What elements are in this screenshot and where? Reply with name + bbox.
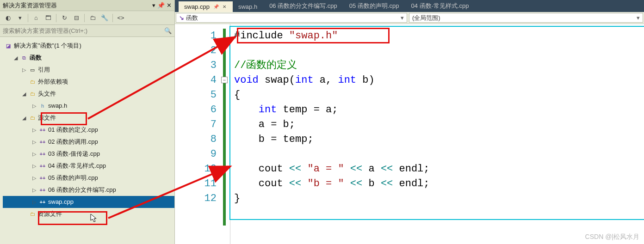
references-label: 引用: [38, 64, 50, 76]
tab-label: swap.cpp: [184, 3, 210, 10]
lineno: 9: [175, 147, 219, 162]
external-label: 外部依赖项: [38, 76, 68, 88]
file-label: 05 函数的声明.cpp: [48, 172, 98, 184]
text: [234, 104, 259, 116]
source-file-swap-cpp[interactable]: ▷ ++ swap.cpp: [3, 196, 174, 208]
scope-label: 函数: [186, 14, 198, 22]
code-line: int temp = a;: [234, 103, 641, 117]
expand-icon[interactable]: ▷: [31, 100, 37, 112]
text: temp = a;: [277, 104, 338, 116]
references-node[interactable]: ▷ ▭ 引用: [3, 64, 174, 76]
resources-folder[interactable]: 🗀 资源文件: [3, 208, 174, 220]
collapse-icon[interactable]: ⊟: [71, 13, 81, 23]
comment: //函数的定义: [234, 60, 297, 71]
expand-icon[interactable]: ▷: [31, 160, 37, 172]
op: <<: [289, 163, 301, 175]
expand-icon[interactable]: ▷: [31, 196, 37, 208]
text: #include: [234, 30, 289, 42]
solution-node[interactable]: ◪ 解决方案"函数"(1 个项目): [3, 40, 174, 52]
folder-icon: 🗀: [29, 90, 36, 98]
expand-icon[interactable]: ▷: [31, 136, 37, 148]
cpp-icon: ++: [39, 126, 46, 134]
headers-label: 头文件: [38, 88, 56, 100]
search-input[interactable]: [3, 27, 164, 34]
lineno: 8: [175, 132, 219, 147]
lineno: 1: [175, 29, 219, 43]
op: <<: [350, 163, 362, 175]
source-file[interactable]: ▷ ++ 02 函数的调用.cpp: [3, 136, 174, 148]
external-deps-node[interactable]: 🗀 外部依赖项: [3, 76, 174, 88]
code-content[interactable]: #include "swap.h" //函数的定义 void swap(int …: [234, 29, 641, 244]
source-file[interactable]: ▷ ++ 05 函数的声明.cpp: [3, 172, 174, 184]
tab-06[interactable]: 06 函数的分文件编写.cpp: [264, 0, 344, 12]
text: cout: [234, 163, 289, 175]
text: b): [356, 74, 375, 86]
lineno: 12: [175, 191, 219, 206]
code-icon[interactable]: <>: [116, 13, 126, 23]
cpp-icon: ++: [39, 162, 46, 170]
close-icon[interactable]: ✕: [167, 2, 172, 9]
source-file[interactable]: ▷ ++ 03 函数-值传递.cpp: [3, 148, 174, 160]
fold-icon[interactable]: −: [221, 77, 228, 83]
expand-icon[interactable]: ▷: [31, 172, 37, 184]
op: <<: [289, 178, 301, 189]
tab-swap-cpp[interactable]: swap.cpp 📌 ✕: [179, 1, 233, 12]
cpp-icon: ++: [39, 150, 46, 158]
expand-icon[interactable]: ▷: [31, 184, 37, 196]
tab-04[interactable]: 04 函数-常见样式.cpp: [405, 0, 475, 12]
properties-icon[interactable]: 🔧: [99, 13, 110, 23]
tab-swap-h[interactable]: swap.h: [233, 1, 264, 12]
solution-explorer-panel: 解决方案资源管理器 ▾ 📌 ✕ ◐ ▾ ⌂ 🗔 ↻ ⊟ 🗀 🔧 <> 🔍 ◪ 解…: [0, 0, 175, 244]
text: }: [234, 193, 240, 204]
scope-combo[interactable]: ↘ 函数 ▾: [176, 13, 407, 23]
collapse-icon[interactable]: ◢: [21, 112, 27, 124]
project-icon: ⧉: [20, 54, 28, 61]
gutter: 1 2 3 4 5 6 7 8 9 10 11 12 −: [175, 24, 230, 244]
code-line: }: [234, 191, 641, 206]
search-box[interactable]: 🔍: [0, 25, 174, 37]
source-file[interactable]: ▷ ++ 04 函数-常见样式.cpp: [3, 160, 174, 172]
panel-toolbar: ◐ ▾ ⌂ 🗔 ↻ ⊟ 🗀 🔧 <>: [0, 11, 174, 25]
source-file[interactable]: ▷ ++ 01 函数的定义.cpp: [3, 124, 174, 136]
pin-icon[interactable]: 📌: [213, 4, 219, 9]
sync-icon[interactable]: 🗔: [43, 13, 53, 23]
close-icon[interactable]: ✕: [223, 4, 226, 9]
keyword: void: [234, 74, 259, 86]
collapse-icon[interactable]: ◢: [13, 52, 19, 64]
project-label: 函数: [30, 54, 42, 61]
cpp-icon: ++: [39, 186, 46, 194]
member-combo[interactable]: (全局范围) ▾: [409, 13, 643, 23]
tab-label: 04 函数-常见样式.cpp: [411, 2, 469, 10]
home-icon[interactable]: ⌂: [31, 13, 41, 23]
text: b: [362, 178, 381, 189]
editor-tabs: swap.cpp 📌 ✕ swap.h 06 函数的分文件编写.cpp 05 函…: [175, 0, 644, 12]
headers-folder[interactable]: ◢ 🗀 头文件: [3, 88, 174, 100]
solution-label: 解决方案"函数"(1 个项目): [14, 40, 81, 52]
back-icon[interactable]: ◐: [3, 13, 13, 23]
expand-icon[interactable]: ▷: [31, 148, 37, 160]
file-label: 04 函数-常见样式.cpp: [48, 160, 106, 172]
code-editor[interactable]: 1 2 3 4 5 6 7 8 9 10 11 12 − #include "s…: [175, 24, 644, 244]
tab-05[interactable]: 05 函数的声明.cpp: [344, 0, 406, 12]
show-all-icon[interactable]: 🗀: [87, 13, 98, 23]
line-numbers: 1 2 3 4 5 6 7 8 9 10 11 12: [175, 24, 219, 206]
tab-label: 06 函数的分文件编写.cpp: [269, 2, 337, 10]
dropdown-icon[interactable]: ▾: [152, 2, 155, 9]
sources-folder[interactable]: ◢ 🗀 源文件: [3, 112, 174, 124]
solution-icon: ◪: [5, 42, 12, 49]
text: [344, 178, 350, 189]
project-node[interactable]: ◢ ⧉ 函数: [3, 52, 174, 64]
expand-icon[interactable]: ▷: [31, 124, 37, 136]
pin-icon[interactable]: 📌: [157, 2, 165, 9]
string: "b = ": [307, 178, 344, 189]
code-line: [234, 43, 641, 58]
source-file[interactable]: ▷ ++ 06 函数的分文件编写.cpp: [3, 184, 174, 196]
collapse-icon[interactable]: ◢: [21, 88, 27, 100]
header-file-swap-h[interactable]: ▷ h swap.h: [3, 100, 174, 112]
lineno: 11: [175, 177, 219, 191]
fwd-icon[interactable]: ▾: [15, 13, 25, 23]
text: endl;: [393, 178, 429, 189]
expand-icon[interactable]: ▷: [21, 64, 27, 76]
refresh-icon[interactable]: ↻: [59, 13, 69, 23]
search-icon[interactable]: 🔍: [164, 27, 172, 34]
